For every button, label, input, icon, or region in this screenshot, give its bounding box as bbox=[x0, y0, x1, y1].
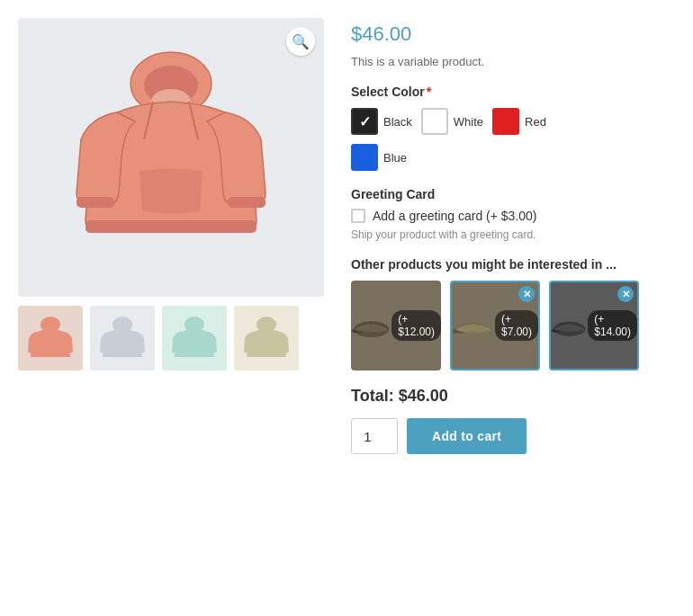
cap-illustration-1 bbox=[351, 306, 392, 346]
color-swatch-red[interactable] bbox=[492, 108, 519, 135]
upsell-close-2[interactable]: ✕ bbox=[518, 286, 535, 302]
thumbnail-row bbox=[18, 306, 324, 370]
upsell-grid: (+ $12.00) ✕ (+ $7.00) ✕ bbox=[351, 281, 675, 370]
color-option-white[interactable]: White bbox=[421, 108, 483, 135]
quantity-input[interactable] bbox=[351, 418, 398, 454]
color-swatch-blue[interactable] bbox=[351, 144, 378, 171]
upsell-close-3[interactable]: ✕ bbox=[617, 286, 634, 302]
upsell-item-1[interactable]: (+ $12.00) bbox=[351, 281, 441, 370]
color-label-blue: Blue bbox=[383, 151, 407, 165]
greeting-card-option-label: Add a greeting card (+ $3.00) bbox=[373, 209, 537, 223]
thumbnail-1[interactable] bbox=[18, 306, 83, 370]
add-to-cart-button[interactable]: Add to cart bbox=[407, 418, 526, 454]
add-to-cart-row: Add to cart bbox=[351, 418, 675, 454]
upsell-price-3: (+ $14.00) bbox=[588, 310, 637, 341]
upsell-price-1: (+ $12.00) bbox=[392, 310, 441, 341]
color-swatch-black[interactable]: ✓ bbox=[351, 108, 378, 135]
upsell-item-2[interactable]: ✕ (+ $7.00) bbox=[450, 281, 540, 370]
color-label-black: Black bbox=[383, 115, 412, 129]
required-star: * bbox=[427, 85, 431, 99]
greeting-card-title: Greeting Card bbox=[351, 187, 675, 201]
color-options: ✓ Black White Red Blue bbox=[351, 108, 675, 171]
color-label-white: White bbox=[454, 115, 483, 129]
cap-illustration-2 bbox=[452, 306, 495, 346]
hoodie-illustration bbox=[72, 40, 270, 274]
greeting-card-checkbox[interactable] bbox=[351, 209, 365, 223]
svg-point-20 bbox=[554, 326, 584, 331]
svg-point-17 bbox=[456, 326, 490, 332]
thumbnail-3[interactable] bbox=[162, 306, 227, 370]
color-option-red[interactable]: Red bbox=[492, 108, 546, 135]
thumbnail-2[interactable] bbox=[90, 306, 155, 370]
color-section-label: Select Color* bbox=[351, 85, 675, 99]
upsell-item-3[interactable]: ✕ (+ $14.00) bbox=[549, 281, 639, 370]
cap-illustration-3 bbox=[551, 306, 588, 346]
upsell-price-2: (+ $7.00) bbox=[495, 310, 538, 341]
svg-rect-3 bbox=[76, 197, 114, 208]
product-description: This is a variable product. bbox=[351, 55, 675, 68]
main-image: 🔍 bbox=[18, 18, 324, 297]
greeting-card-option[interactable]: Add a greeting card (+ $3.00) bbox=[351, 209, 675, 223]
color-label-red: Red bbox=[525, 115, 546, 129]
product-price: $46.00 bbox=[351, 22, 675, 46]
svg-rect-4 bbox=[228, 197, 266, 208]
color-swatch-white[interactable] bbox=[421, 108, 448, 135]
svg-rect-5 bbox=[86, 220, 256, 233]
product-gallery: 🔍 bbox=[18, 18, 324, 598]
svg-point-14 bbox=[356, 326, 388, 331]
color-option-black[interactable]: ✓ Black bbox=[351, 108, 412, 135]
color-option-blue[interactable]: Blue bbox=[351, 144, 675, 171]
checkmark-black: ✓ bbox=[359, 113, 371, 130]
greeting-card-note: Ship your product with a greeting card. bbox=[351, 228, 675, 241]
total-row: Total: $46.00 bbox=[351, 387, 675, 406]
upsell-title: Other products you might be interested i… bbox=[351, 257, 675, 272]
page-container: 🔍 bbox=[0, 0, 693, 616]
greeting-card-section: Greeting Card Add a greeting card (+ $3.… bbox=[351, 187, 675, 241]
product-details: $46.00 This is a variable product. Selec… bbox=[351, 18, 675, 598]
zoom-icon[interactable]: 🔍 bbox=[286, 27, 315, 56]
upsell-section: Other products you might be interested i… bbox=[351, 257, 675, 370]
color-section: Select Color* ✓ Black White bbox=[351, 85, 675, 171]
thumbnail-4[interactable] bbox=[234, 306, 299, 370]
